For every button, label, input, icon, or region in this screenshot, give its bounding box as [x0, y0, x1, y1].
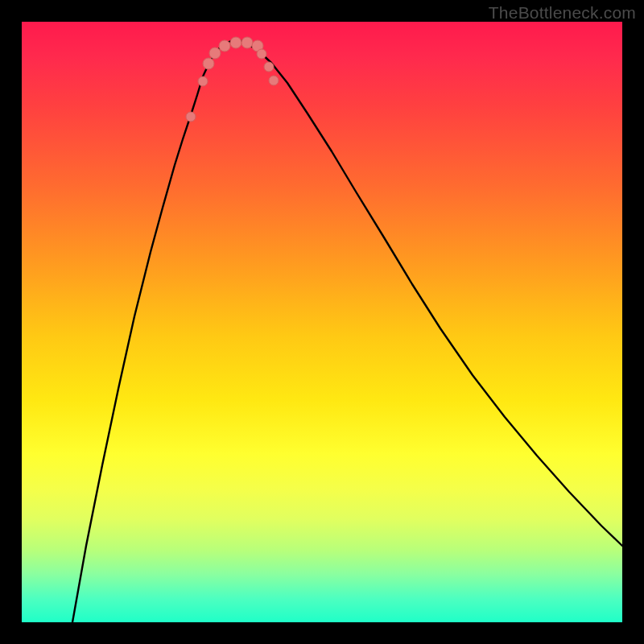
marker-dot — [242, 37, 253, 48]
marker-dot — [264, 62, 274, 72]
marker-dot — [230, 37, 242, 48]
marker-dot — [209, 47, 221, 59]
marker-dot — [198, 76, 208, 86]
watermark-text: TheBottleneck.com — [489, 3, 636, 23]
bottleneck-curve — [72, 41, 622, 622]
gradient-plot-area — [22, 22, 622, 622]
chart-overlay — [22, 22, 622, 622]
marker-dot — [186, 112, 196, 122]
marker-dot — [219, 40, 230, 52]
marker-dot — [257, 49, 266, 59]
marker-dot — [269, 76, 279, 85]
outer-frame: TheBottleneck.com — [0, 0, 644, 644]
marker-dot — [203, 58, 214, 69]
curve-markers — [186, 37, 279, 122]
